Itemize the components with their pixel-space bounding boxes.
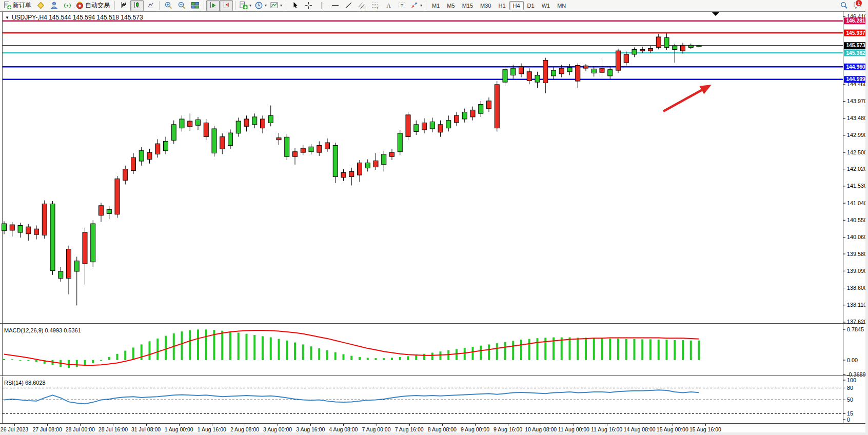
price-tick: 143.970 — [847, 98, 867, 104]
main-chart-pane[interactable]: 146.410144.460143.970143.480142.990142.5… — [0, 11, 868, 324]
svg-text:144.599: 144.599 — [846, 76, 865, 82]
toolbar-separator — [204, 1, 204, 10]
new-order-button[interactable]: 新订单 — [2, 0, 34, 11]
rsi-tick: 15 — [847, 410, 853, 417]
rsi-tick: 80 — [847, 385, 853, 391]
cursor-button[interactable] — [288, 0, 302, 11]
macd-pane[interactable]: 0.78450.00-0.3689MACD(12,26,9) 0.4993 0.… — [0, 324, 868, 377]
rsi-tick: 100 — [847, 377, 856, 383]
timeframe-h1-button[interactable]: H1 — [495, 1, 509, 10]
time-axis-label: 14 Aug 08:00 — [624, 426, 656, 432]
text-icon: A — [384, 1, 393, 10]
auto-trading-button[interactable]: 自动交易 — [74, 0, 112, 11]
timeframe-m15-button[interactable]: M15 — [459, 1, 477, 10]
time-axis-label: 11 Aug 00:00 — [558, 426, 589, 432]
auto-scroll-icon — [209, 1, 218, 10]
rsi-label: RSI(14) 68.6028 — [4, 380, 46, 386]
svg-text:145.937: 145.937 — [846, 30, 865, 36]
notification-badge: 1 — [855, 0, 862, 7]
timeframe-m1-button[interactable]: M1 — [428, 1, 443, 10]
timeframe-d1-button[interactable]: D1 — [524, 1, 538, 10]
time-tick — [80, 424, 81, 426]
time-axis-label: 15 Aug 00:00 — [657, 426, 688, 432]
time-tick — [574, 424, 574, 426]
navigator-button[interactable] — [47, 0, 61, 11]
svg-text:146.281: 146.281 — [846, 18, 865, 24]
toolbar-separator — [235, 1, 235, 10]
time-axis-label: 26 Jul 2023 — [1, 426, 28, 432]
indicators-icon — [239, 1, 248, 10]
zoom-in-button[interactable] — [162, 0, 175, 11]
time-tick — [508, 424, 508, 426]
equidistant-channel-icon: E — [358, 1, 366, 10]
auto-scroll-button[interactable] — [206, 0, 220, 11]
chevron-down-icon: ▾ — [265, 3, 267, 8]
chart-shift-button[interactable] — [220, 0, 233, 11]
timeframe-h4-button[interactable]: H4 — [509, 1, 524, 10]
templates-icon — [270, 1, 279, 10]
templates-button[interactable]: ▾ — [268, 0, 284, 11]
svg-text:A: A — [386, 2, 391, 9]
arrows-button[interactable]: ▾ — [408, 0, 424, 11]
tile-windows-button[interactable] — [188, 0, 202, 11]
text-button[interactable]: A — [382, 0, 395, 11]
search-button[interactable] — [837, 0, 851, 11]
zoom-in-icon — [164, 1, 173, 10]
price-tick: 140.550 — [847, 217, 867, 223]
time-axis-label: 15 Aug 16:00 — [689, 426, 721, 432]
time-axis-label: 4 Aug 08:00 — [329, 426, 358, 432]
price-tick: 142.020 — [847, 166, 867, 172]
equidistant-channel-button[interactable]: E — [355, 0, 368, 11]
macd-tick: 0.00 — [847, 357, 858, 363]
time-tick — [541, 424, 541, 426]
svg-text:T: T — [400, 3, 403, 8]
macd-tick: 0.7845 — [847, 326, 864, 332]
time-axis: 26 Jul 202327 Jul 08:0028 Jul 00:0028 Ju… — [0, 424, 868, 432]
timeframe-m30-button[interactable]: M30 — [477, 1, 495, 10]
timeframe-w1-button[interactable]: W1 — [538, 1, 554, 10]
rsi-pane[interactable]: 1008050150RSI(14) 68.6028 — [0, 377, 868, 424]
price-tick: 137.620 — [847, 319, 867, 324]
time-axis-label: 1 Aug 16:00 — [198, 426, 226, 432]
new-order-label: 新订单 — [13, 1, 32, 10]
time-tick — [245, 424, 245, 426]
indicators-button[interactable]: ▾ — [238, 0, 253, 11]
price-tick: 139.580 — [847, 251, 867, 257]
zoom-out-button[interactable] — [175, 0, 188, 11]
window-edge — [865, 11, 868, 432]
text-label-button[interactable]: T — [395, 0, 408, 11]
time-tick — [343, 424, 344, 426]
terminal-icon — [63, 1, 72, 10]
svg-text:E: E — [363, 6, 366, 10]
svg-text:145.362: 145.362 — [846, 50, 865, 56]
new-order-icon — [3, 1, 12, 10]
trendline-button[interactable] — [342, 0, 355, 11]
price-tick: 141.040 — [847, 200, 867, 206]
market-watch-button[interactable] — [34, 0, 47, 11]
arrows-icon — [410, 1, 419, 10]
terminal-button[interactable] — [61, 0, 74, 11]
time-tick — [442, 424, 443, 426]
timeframe-mn-button[interactable]: MN — [554, 1, 569, 10]
timeframe-m5-button[interactable]: M5 — [443, 1, 458, 10]
chart-window[interactable]: ▼ USDJPY-,H4 145.544 145.594 145.518 145… — [0, 11, 868, 432]
price-tick: 138.110 — [847, 302, 866, 308]
horizontal-line-icon — [331, 1, 340, 10]
chart-shift-icon — [222, 1, 231, 10]
time-axis-label: 2 Aug 08:00 — [230, 426, 259, 432]
time-axis-label: 31 Jul 08:00 — [131, 426, 161, 432]
horizontal-line-button[interactable] — [328, 0, 342, 11]
bar-chart-button[interactable] — [117, 0, 130, 11]
line-chart-button[interactable] — [144, 0, 157, 11]
chat-button[interactable]: 1 — [851, 0, 864, 11]
collapse-ohlc-icon[interactable]: ▼ — [5, 15, 9, 20]
fibonacci-button[interactable]: F — [368, 0, 382, 11]
cursor-icon — [291, 1, 300, 10]
crosshair-button[interactable] — [302, 0, 315, 11]
time-axis-label: 7 Aug 16:00 — [395, 426, 424, 432]
candlestick-chart-button[interactable] — [130, 0, 144, 11]
time-tick — [278, 424, 278, 426]
periods-button[interactable]: ▾ — [253, 0, 268, 11]
candlestick-chart-icon — [133, 1, 142, 10]
vertical-line-button[interactable] — [315, 0, 328, 11]
